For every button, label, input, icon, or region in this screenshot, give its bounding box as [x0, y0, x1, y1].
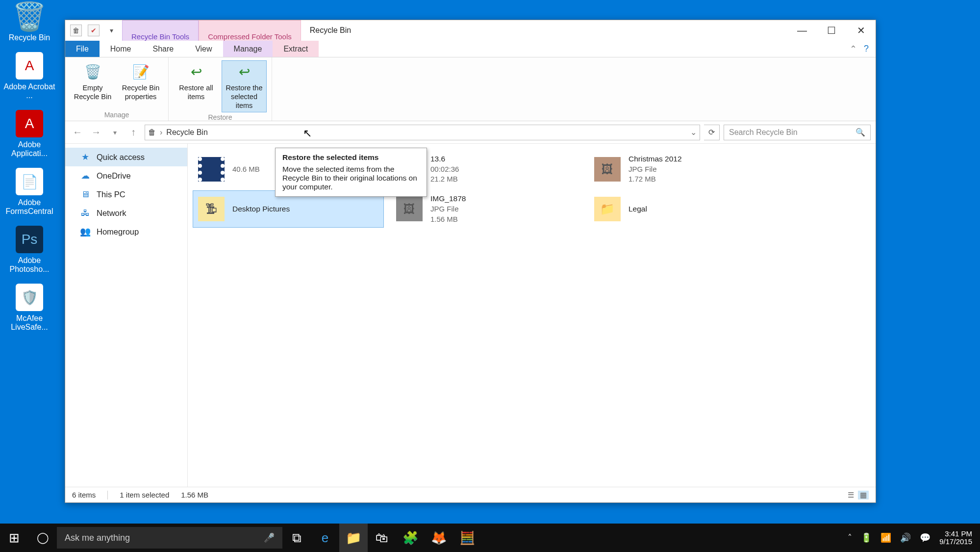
item-sub: JPG File: [628, 164, 682, 174]
context-tab-compressed-folder-tools: Compressed Folder Tools: [199, 20, 301, 41]
window-title: Recycle Bin: [301, 20, 787, 41]
desktop-icon-label: McAfee LiveSafe...: [0, 314, 59, 332]
item-name: IMG_1878: [430, 194, 466, 204]
desktop-icon-label: Adobe Applicati...: [0, 140, 59, 158]
nav-this-pc[interactable]: 🖥This PC: [65, 185, 187, 204]
view-details-icon[interactable]: ☰: [848, 491, 854, 499]
nav-label: Homegroup: [97, 227, 139, 237]
restore-all-items-button[interactable]: ↩Restore all items: [174, 60, 219, 112]
volume-icon[interactable]: 🔊: [900, 532, 911, 543]
context-tab-recycle-bin-tools: Recycle Bin Tools: [122, 20, 199, 41]
button-label: Empty Recycle Bin: [74, 84, 112, 101]
minimize-button[interactable]: —: [787, 20, 817, 41]
photoshop-icon: Ps: [16, 226, 43, 253]
desktop-icon-label: Adobe FormsCentral: [0, 198, 59, 216]
nav-back-button[interactable]: ←: [70, 125, 85, 140]
address-bar[interactable]: 🗑 › Recycle Bin ⌄: [145, 125, 700, 140]
mic-icon[interactable]: 🎤: [264, 532, 275, 543]
nav-up-button[interactable]: ↑: [126, 125, 141, 140]
desktop-adobe-formscentral[interactable]: 📄Adobe FormsCentral: [0, 165, 59, 219]
nav-forward-button[interactable]: →: [89, 125, 103, 140]
nav-label: Quick access: [97, 153, 145, 162]
taskbar-file-explorer[interactable]: 📁: [339, 524, 368, 552]
view-tiles-icon[interactable]: ▦: [858, 491, 869, 499]
tab-extract[interactable]: Extract: [273, 41, 319, 57]
taskbar-store[interactable]: 🛍: [368, 524, 396, 552]
restore-selected-icon: ↩: [235, 63, 253, 80]
refresh-button[interactable]: ⟳: [704, 125, 720, 140]
star-icon: ★: [80, 152, 91, 162]
qat-new-folder[interactable]: ▾: [105, 25, 117, 36]
cortana-icon[interactable]: ◯: [28, 524, 57, 552]
qat-properties[interactable]: ✔: [88, 25, 100, 36]
acrobat-icon: A: [16, 52, 43, 79]
recycle-bin-properties-button[interactable]: 📝Recycle Bin properties: [118, 60, 163, 110]
help-icon[interactable]: ?: [864, 44, 869, 54]
clock-date: 9/17/2015: [939, 538, 972, 546]
address-icon: 🗑: [148, 128, 156, 137]
taskbar-calculator[interactable]: 🧮: [453, 524, 481, 552]
battery-icon[interactable]: 🔋: [861, 532, 872, 543]
mcafee-icon: 🛡️: [16, 284, 43, 311]
start-button[interactable]: ⊞: [0, 524, 28, 552]
zip-thumb-icon: 🗜: [198, 197, 225, 221]
restore-all-icon: ↩: [187, 63, 205, 80]
status-selected-count: 1 item selected: [120, 491, 169, 499]
close-button[interactable]: ✕: [846, 20, 876, 41]
qat-icon[interactable]: 🗑: [70, 25, 82, 36]
item-name: 13.6: [430, 154, 459, 164]
photo-thumb-icon: 🖼: [396, 197, 423, 221]
collapse-ribbon-icon[interactable]: ⌃: [850, 44, 857, 54]
task-view-button[interactable]: ⧉: [282, 524, 311, 552]
maximize-button[interactable]: ☐: [817, 20, 846, 41]
taskbar-firefox[interactable]: 🦊: [425, 524, 453, 552]
nav-recent-button[interactable]: ▾: [107, 125, 122, 140]
taskbar-search[interactable]: Ask me anything 🎤: [57, 527, 282, 549]
ribbon-tabs: File Home Share View Manage Extract ⌃ ?: [65, 41, 876, 57]
nav-onedrive[interactable]: ☁OneDrive: [65, 166, 187, 185]
tab-view[interactable]: View: [184, 41, 223, 57]
tab-file[interactable]: File: [65, 41, 100, 57]
cloud-icon: ☁: [80, 170, 91, 181]
nav-network[interactable]: 🖧Network: [65, 204, 187, 222]
desktop-adobe-photoshop[interactable]: PsAdobe Photosho...: [0, 223, 59, 277]
ribbon-group-label: Manage: [70, 110, 163, 120]
item-name: Christmas 2012: [628, 154, 682, 164]
status-bar: 6 items 1 item selected 1.56 MB ☰ ▦: [65, 487, 876, 502]
taskbar-app[interactable]: 🧩: [396, 524, 425, 552]
wifi-icon[interactable]: 📶: [880, 532, 891, 543]
properties-icon: 📝: [132, 63, 150, 80]
nav-quick-access[interactable]: ★Quick access: [65, 148, 187, 166]
item-size: 21.2 MB: [430, 174, 459, 184]
desktop-mcafee[interactable]: 🛡️McAfee LiveSafe...: [0, 281, 59, 335]
search-placeholder: Ask me anything: [65, 533, 130, 543]
nav-homegroup[interactable]: 👥Homegroup: [65, 222, 187, 241]
nav-label: Network: [97, 209, 126, 218]
action-center-icon[interactable]: 💬: [920, 532, 930, 543]
context-tab-label: Compressed Folder Tools: [208, 32, 292, 41]
list-item[interactable]: 📁 Legal: [589, 190, 780, 227]
context-tab-label: Recycle Bin Tools: [131, 32, 189, 41]
desktop-adobe-application[interactable]: AAdobe Applicati...: [0, 107, 59, 161]
nav-label: This PC: [97, 190, 126, 199]
restore-selected-items-button[interactable]: ↩Restore the selected items: [222, 60, 267, 112]
search-box[interactable]: Search Recycle Bin 🔍: [724, 125, 871, 140]
desktop-recycle-bin[interactable]: 🗑️Recycle Bin: [0, 0, 59, 45]
taskbar-edge[interactable]: e: [311, 524, 339, 552]
breadcrumb-item[interactable]: Recycle Bin: [166, 128, 207, 137]
list-item[interactable]: 🖼 Christmas 2012JPG File1.72 MB: [589, 151, 780, 187]
network-icon: 🖧: [80, 208, 91, 218]
desktop-adobe-acrobat[interactable]: AAdobe Acrobat ...: [0, 49, 59, 103]
empty-recycle-bin-button[interactable]: 🗑️Empty Recycle Bin: [70, 60, 115, 110]
photo-thumb-icon: 🖼: [594, 157, 621, 182]
tab-home[interactable]: Home: [100, 41, 142, 57]
address-dropdown-icon[interactable]: ⌄: [690, 128, 697, 137]
search-icon: 🔍: [855, 128, 865, 137]
tray-overflow-icon[interactable]: ˄: [848, 532, 852, 543]
tab-manage[interactable]: Manage: [223, 41, 273, 57]
taskbar-clock[interactable]: 3:41 PM 9/17/2015: [939, 530, 972, 546]
item-name: Desktop Pictures: [232, 204, 290, 214]
desktop-icon-label: Adobe Photosho...: [0, 256, 59, 274]
tab-share[interactable]: Share: [142, 41, 184, 57]
item-size: 40.6 MB: [232, 164, 260, 174]
